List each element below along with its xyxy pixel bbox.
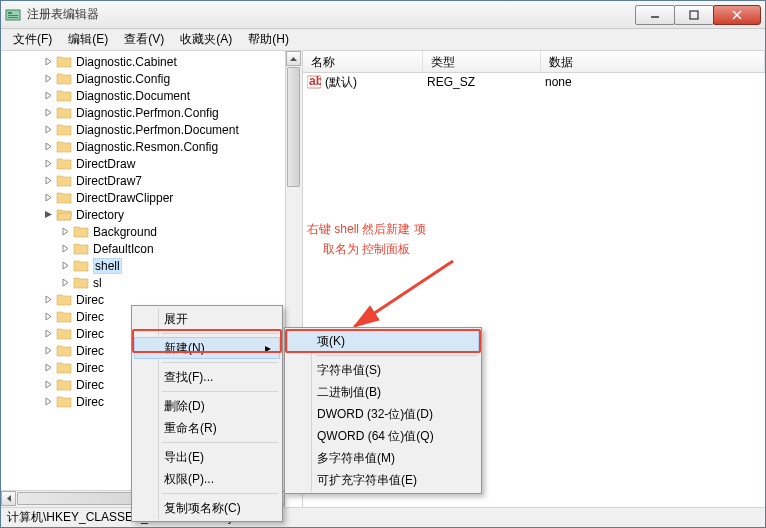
- tree-item[interactable]: Background: [60, 223, 302, 240]
- expand-icon[interactable]: [43, 362, 54, 373]
- tree-label: Directory: [76, 208, 124, 222]
- menu-edit[interactable]: 编辑(E): [60, 29, 116, 50]
- tree-item[interactable]: Diagnostic.Perfmon.Document: [43, 121, 302, 138]
- expand-icon[interactable]: [43, 328, 54, 339]
- svg-marker-29: [290, 57, 297, 61]
- tree-label: Direc: [76, 378, 104, 392]
- context-item[interactable]: 可扩充字符串值(E): [287, 469, 479, 491]
- context-item[interactable]: 查找(F)...: [134, 366, 280, 388]
- svg-marker-26: [46, 364, 51, 371]
- col-type[interactable]: 类型: [423, 51, 541, 72]
- app-icon: [5, 7, 21, 23]
- context-item[interactable]: 权限(P)...: [134, 468, 280, 490]
- context-item[interactable]: 删除(D): [134, 395, 280, 417]
- tree-item-directory[interactable]: Directory: [43, 206, 302, 223]
- tree-label: shell: [93, 258, 122, 274]
- menu-view[interactable]: 查看(V): [116, 29, 172, 50]
- svg-marker-28: [46, 398, 51, 405]
- expand-icon[interactable]: [43, 90, 54, 101]
- list-row[interactable]: ab (默认) REG_SZ none: [303, 73, 765, 91]
- context-item[interactable]: 导出(E): [134, 446, 280, 468]
- expand-icon[interactable]: [43, 345, 54, 356]
- context-label: DWORD (32-位)值(D): [317, 406, 433, 423]
- col-name[interactable]: 名称: [303, 51, 423, 72]
- context-label: 多字符串值(M): [317, 450, 395, 467]
- svg-marker-20: [63, 262, 68, 269]
- tree-item[interactable]: sl: [60, 274, 302, 291]
- menu-favorites[interactable]: 收藏夹(A): [172, 29, 240, 50]
- menu-help[interactable]: 帮助(H): [240, 29, 297, 50]
- tree-label: DirectDraw: [76, 157, 135, 171]
- tree-item[interactable]: Diagnostic.Perfmon.Config: [43, 104, 302, 121]
- expand-icon[interactable]: [60, 226, 71, 237]
- svg-marker-22: [46, 296, 51, 303]
- context-label: 展开: [164, 311, 188, 328]
- expand-icon[interactable]: [43, 192, 54, 203]
- menu-file[interactable]: 文件(F): [5, 29, 60, 50]
- menu-separator: [162, 362, 278, 363]
- tree-item[interactable]: DirectDrawClipper: [43, 189, 302, 206]
- expand-icon[interactable]: [43, 124, 54, 135]
- context-label: 二进制值(B): [317, 384, 381, 401]
- tree-item[interactable]: DirectDraw7: [43, 172, 302, 189]
- col-data[interactable]: 数据: [541, 51, 765, 72]
- expand-icon[interactable]: [43, 158, 54, 169]
- context-item[interactable]: QWORD (64 位)值(Q): [287, 425, 479, 447]
- expand-icon[interactable]: [60, 243, 71, 254]
- svg-marker-8: [46, 58, 51, 65]
- svg-marker-21: [63, 279, 68, 286]
- collapse-icon[interactable]: [43, 209, 54, 220]
- expand-icon[interactable]: [43, 379, 54, 390]
- context-item[interactable]: 重命名(R): [134, 417, 280, 439]
- expand-icon[interactable]: [43, 311, 54, 322]
- submenu-arrow-icon: ▸: [265, 341, 271, 355]
- expand-icon[interactable]: [60, 260, 71, 271]
- window-controls: [636, 5, 761, 25]
- context-menu-new: 项(K)字符串值(S)二进制值(B)DWORD (32-位)值(D)QWORD …: [284, 327, 482, 494]
- tree-label: Diagnostic.Perfmon.Config: [76, 106, 219, 120]
- tree-item[interactable]: Diagnostic.Document: [43, 87, 302, 104]
- context-item[interactable]: 字符串值(S): [287, 359, 479, 381]
- context-label: 可扩充字符串值(E): [317, 472, 417, 489]
- tree-item[interactable]: shell: [60, 257, 302, 274]
- expand-icon[interactable]: [43, 141, 54, 152]
- expand-icon[interactable]: [43, 175, 54, 186]
- close-button[interactable]: [713, 5, 761, 25]
- maximize-button[interactable]: [674, 5, 714, 25]
- expand-icon[interactable]: [43, 294, 54, 305]
- context-menu-main: 展开新建(N)▸查找(F)...删除(D)重命名(R)导出(E)权限(P)...…: [131, 305, 283, 522]
- context-item[interactable]: 多字符串值(M): [287, 447, 479, 469]
- context-item[interactable]: 新建(N)▸: [134, 337, 280, 359]
- context-item[interactable]: 复制项名称(C): [134, 497, 280, 519]
- tree-item[interactable]: Diagnostic.Resmon.Config: [43, 138, 302, 155]
- context-label: QWORD (64 位)值(Q): [317, 428, 434, 445]
- tree-item[interactable]: Diagnostic.Config: [43, 70, 302, 87]
- context-label: 查找(F)...: [164, 369, 213, 386]
- context-item[interactable]: 二进制值(B): [287, 381, 479, 403]
- expand-icon[interactable]: [43, 396, 54, 407]
- scroll-up-button[interactable]: [286, 51, 301, 66]
- tree-label: Direc: [76, 327, 104, 341]
- svg-line-36: [355, 261, 453, 326]
- context-item[interactable]: 展开: [134, 308, 280, 330]
- scroll-thumb[interactable]: [287, 67, 300, 187]
- row-name: (默认): [325, 74, 357, 91]
- minimize-button[interactable]: [635, 5, 675, 25]
- tree-item[interactable]: Diagnostic.Cabinet: [43, 53, 302, 70]
- expand-icon[interactable]: [43, 107, 54, 118]
- expand-icon[interactable]: [60, 277, 71, 288]
- menu-separator: [162, 493, 278, 494]
- expand-icon[interactable]: [43, 73, 54, 84]
- tree-item[interactable]: DirectDraw: [43, 155, 302, 172]
- tree-label: Direc: [76, 344, 104, 358]
- tree-label: Diagnostic.Cabinet: [76, 55, 177, 69]
- context-item[interactable]: DWORD (32-位)值(D): [287, 403, 479, 425]
- svg-rect-3: [8, 17, 18, 18]
- expand-icon[interactable]: [43, 56, 54, 67]
- tree-item[interactable]: DefaultIcon: [60, 240, 302, 257]
- svg-marker-11: [46, 109, 51, 116]
- tree-label: Direc: [76, 361, 104, 375]
- context-item[interactable]: 项(K): [287, 330, 479, 352]
- scroll-left-button[interactable]: [1, 491, 16, 506]
- tree-label: Diagnostic.Document: [76, 89, 190, 103]
